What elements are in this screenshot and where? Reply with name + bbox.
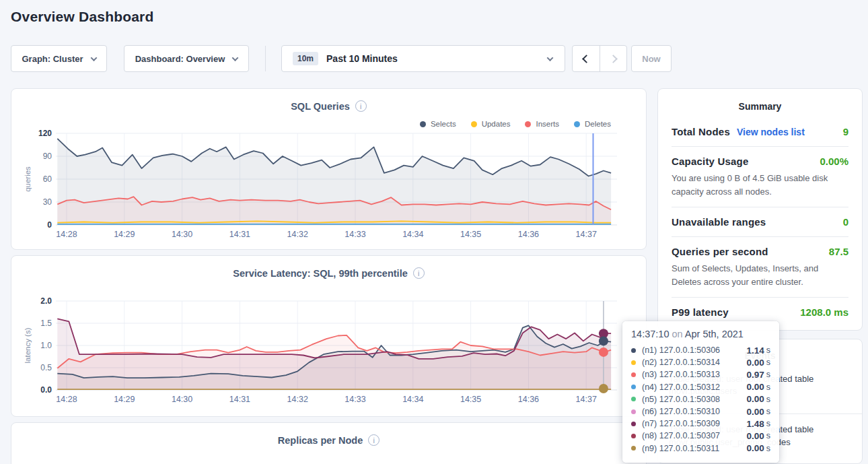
svg-text:14:37: 14:37 bbox=[576, 230, 597, 239]
tooltip-row: (n4) 127.0.0.1:503120.00s bbox=[631, 381, 770, 393]
tooltip-row: (n1) 127.0.0.1:503061.14s bbox=[631, 344, 770, 356]
series-dot bbox=[525, 121, 531, 127]
service-latency-chart[interactable]: 14:2814:2914:3014:3114:3214:3314:3414:35… bbox=[22, 295, 636, 431]
tooltip-rows: (n1) 127.0.0.1:503061.14s(n2) 127.0.0.1:… bbox=[631, 344, 770, 455]
series-dot bbox=[631, 422, 636, 426]
series-dot bbox=[420, 121, 426, 127]
svg-text:0.5: 0.5 bbox=[40, 363, 52, 372]
tooltip-node-unit: s bbox=[766, 395, 770, 404]
chart-title-row: SQL Queries bbox=[11, 89, 646, 112]
tooltip-node-unit: s bbox=[766, 358, 770, 367]
legend-item-deletes[interactable]: Deletes bbox=[574, 120, 611, 128]
svg-text:14:35: 14:35 bbox=[460, 230, 481, 239]
summary-description: You are using 0 B of 4.5 GiB usable disk… bbox=[672, 172, 848, 198]
svg-text:14:31: 14:31 bbox=[229, 230, 250, 239]
tooltip-node-label: (n6) 127.0.0.1:50310 bbox=[642, 407, 720, 416]
tooltip-node-label: (n4) 127.0.0.1:50312 bbox=[642, 383, 720, 392]
tooltip-node-value: 0.00 bbox=[746, 407, 764, 417]
svg-text:14:30: 14:30 bbox=[172, 395, 192, 404]
time-range-label: Past 10 Minutes bbox=[326, 53, 398, 64]
tooltip-row: (n6) 127.0.0.1:503100.00s bbox=[631, 405, 770, 418]
chart-hover-tooltip: 14:37:10 on Apr 5th, 2021 (n1) 127.0.0.1… bbox=[622, 321, 779, 463]
legend-label: Deletes bbox=[585, 120, 611, 128]
chevron-down-icon bbox=[547, 55, 554, 61]
legend-item-inserts[interactable]: Inserts bbox=[525, 120, 559, 128]
tooltip-node-value: 1.48 bbox=[746, 419, 764, 429]
chevron-right-icon bbox=[609, 55, 618, 63]
svg-text:0.0: 0.0 bbox=[40, 385, 52, 395]
svg-text:120: 120 bbox=[38, 129, 52, 138]
tooltip-node-label: (n1) 127.0.0.1:50306 bbox=[642, 345, 720, 355]
svg-text:14:36: 14:36 bbox=[518, 395, 539, 404]
svg-text:latency (s): latency (s) bbox=[24, 327, 32, 363]
summary-value: 9 bbox=[843, 126, 848, 137]
svg-text:14:34: 14:34 bbox=[402, 230, 423, 239]
summary-label: Capacity Usage bbox=[672, 156, 749, 167]
tooltip-node-label: (n7) 127.0.0.1:50309 bbox=[642, 419, 720, 428]
tooltip-date: Apr 5th, 2021 bbox=[685, 329, 744, 339]
info-icon[interactable] bbox=[355, 100, 367, 112]
summary-label: Total Nodes bbox=[672, 126, 730, 137]
service-latency-card: Service Latency: SQL, 99th percentile 14… bbox=[11, 255, 647, 417]
now-button[interactable]: Now bbox=[631, 45, 672, 72]
series-dot bbox=[631, 372, 636, 377]
tooltip-row: (n5) 127.0.0.1:503080.00s bbox=[631, 393, 770, 405]
legend-item-selects[interactable]: Selects bbox=[420, 120, 456, 128]
toolbar: Graph: Cluster Dashboard: Overview 10m P… bbox=[0, 45, 868, 72]
summary-title: Summary bbox=[658, 89, 862, 117]
svg-text:14:32: 14:32 bbox=[287, 395, 308, 404]
svg-text:14:33: 14:33 bbox=[345, 230, 365, 239]
series-dot bbox=[631, 348, 636, 353]
summary-body: Total Nodes View nodes list 9 Capacity U… bbox=[658, 117, 862, 327]
summary-panel: Summary Total Nodes View nodes list 9 Ca… bbox=[657, 88, 863, 331]
info-icon[interactable] bbox=[413, 267, 425, 279]
svg-text:queries: queries bbox=[24, 166, 32, 192]
tooltip-node-value: 0.00 bbox=[746, 431, 764, 441]
summary-label: Queries per second bbox=[672, 246, 768, 257]
svg-text:14:37: 14:37 bbox=[576, 395, 597, 404]
tooltip-node-unit: s bbox=[766, 370, 770, 379]
tooltip-node-label: (n9) 127.0.0.1:50311 bbox=[642, 444, 719, 453]
next-time-button[interactable] bbox=[600, 46, 626, 71]
tooltip-node-unit: s bbox=[766, 407, 770, 416]
svg-text:14:34: 14:34 bbox=[402, 395, 423, 404]
tooltip-row: (n8) 127.0.0.1:503070.00s bbox=[631, 430, 770, 442]
tooltip-node-unit: s bbox=[766, 431, 770, 440]
sql-queries-chart[interactable]: 14:2814:2914:3014:3114:3214:3314:3414:35… bbox=[22, 128, 636, 264]
legend-label: Inserts bbox=[536, 120, 559, 128]
series-dot bbox=[631, 409, 636, 414]
toolbar-divider bbox=[265, 46, 266, 71]
svg-text:1.5: 1.5 bbox=[40, 319, 52, 328]
summary-value: 87.5 bbox=[829, 246, 848, 257]
info-icon[interactable] bbox=[368, 434, 379, 446]
time-range-dropdown[interactable]: 10m Past 10 Minutes bbox=[281, 45, 565, 72]
tooltip-row: (n2) 127.0.0.1:503140.00s bbox=[631, 356, 770, 368]
chart-title: Service Latency: SQL, 99th percentile bbox=[233, 268, 408, 279]
view-nodes-list-link[interactable]: View nodes list bbox=[737, 127, 805, 137]
chevron-down-icon bbox=[232, 55, 239, 61]
chart-legend: Selects Updates Inserts Deletes bbox=[420, 120, 611, 128]
chart-title: SQL Queries bbox=[291, 101, 350, 112]
tooltip-on: on bbox=[672, 329, 682, 339]
time-step-buttons bbox=[572, 45, 627, 72]
tooltip-node-value: 0.00 bbox=[746, 443, 764, 453]
legend-item-updates[interactable]: Updates bbox=[471, 120, 511, 128]
tooltip-node-unit: s bbox=[766, 419, 770, 428]
dashboard-dropdown[interactable]: Dashboard: Overview bbox=[124, 45, 249, 72]
svg-text:90: 90 bbox=[43, 152, 52, 161]
chart-title-row: Replicas per Node bbox=[11, 423, 646, 446]
now-button-label: Now bbox=[642, 54, 660, 64]
tooltip-node-value: 0.00 bbox=[746, 358, 764, 368]
summary-value: 0.00% bbox=[820, 156, 848, 167]
graph-dropdown[interactable]: Graph: Cluster bbox=[11, 45, 107, 72]
tooltip-node-label: (n8) 127.0.0.1:50307 bbox=[642, 431, 720, 440]
time-range-badge: 10m bbox=[293, 52, 318, 65]
legend-label: Updates bbox=[482, 120, 511, 128]
legend-label: Selects bbox=[431, 120, 456, 128]
summary-row-capacity-usage: Capacity Usage 0.00% You are using 0 B o… bbox=[672, 146, 848, 207]
tooltip-node-label: (n3) 127.0.0.1:50313 bbox=[642, 370, 720, 379]
svg-text:14:28: 14:28 bbox=[56, 230, 77, 239]
svg-text:14:28: 14:28 bbox=[56, 395, 77, 404]
svg-text:0: 0 bbox=[47, 220, 52, 230]
prev-time-button[interactable] bbox=[573, 46, 600, 71]
